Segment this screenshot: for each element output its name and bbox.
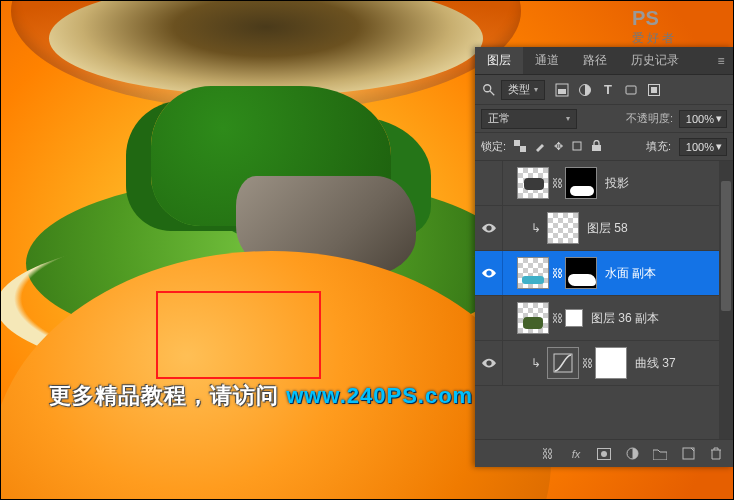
tab-paths[interactable]: 路径 — [571, 47, 619, 74]
fx-icon[interactable]: fx — [569, 447, 583, 461]
layers-panel: 图层 通道 路径 历史记录 ≡ 类型 ▾ T 正常 ▾ 不透明度: 100%▾ … — [475, 47, 733, 467]
filter-type-select[interactable]: 类型 ▾ — [501, 80, 545, 100]
link-layers-icon[interactable]: ⛓ — [541, 447, 555, 461]
layer-mask-thumb[interactable] — [565, 309, 583, 327]
svg-rect-9 — [514, 140, 520, 146]
lock-label: 锁定: — [481, 139, 506, 154]
panel-footer: ⛓ fx — [475, 439, 733, 467]
layer-mask-thumb[interactable] — [595, 347, 627, 379]
svg-rect-10 — [520, 146, 526, 152]
watermark-sub: 爱好者 — [632, 30, 725, 47]
group-icon[interactable] — [653, 447, 667, 461]
new-layer-icon[interactable] — [681, 447, 695, 461]
filter-adjustment-icon[interactable] — [578, 83, 592, 97]
eye-icon — [482, 223, 496, 233]
lock-icons: ✥ — [514, 140, 602, 154]
layer-row[interactable]: ⛓ 图层 36 副本 — [475, 296, 733, 341]
lock-transparency-icon[interactable] — [514, 140, 526, 154]
link-icon[interactable]: ⛓ — [552, 167, 562, 199]
watermark-logo: PS — [632, 7, 659, 29]
opacity-label: 不透明度: — [626, 111, 673, 126]
watermark-url: www.240PS.com — [286, 383, 473, 408]
svg-rect-7 — [651, 87, 657, 93]
layer-row[interactable]: ⛓ 投影 — [475, 161, 733, 206]
fill-value: 100% — [686, 141, 714, 153]
filter-type-label: 类型 — [508, 82, 530, 97]
lock-position-icon[interactable]: ✥ — [554, 140, 563, 153]
scrollbar-thumb[interactable] — [721, 181, 731, 311]
filter-shape-icon[interactable] — [624, 83, 638, 97]
svg-point-0 — [484, 84, 491, 91]
layer-row[interactable]: ↳ ⛓ 曲线 37 — [475, 341, 733, 386]
fill-input[interactable]: 100%▾ — [679, 138, 727, 156]
fill-label: 填充: — [646, 139, 671, 154]
scrollbar[interactable] — [719, 161, 733, 439]
trash-icon[interactable] — [709, 447, 723, 461]
watermark-text: 更多精品教程，请访问 — [49, 383, 286, 408]
blend-mode-value: 正常 — [488, 111, 510, 126]
layer-name[interactable]: 图层 58 — [587, 220, 628, 237]
eye-icon — [482, 268, 496, 278]
filter-pixel-icon[interactable] — [555, 83, 569, 97]
blend-mode-select[interactable]: 正常 ▾ — [481, 109, 577, 129]
chevron-down-icon: ▾ — [566, 114, 570, 123]
adjustment-curves-icon[interactable] — [547, 347, 579, 379]
svg-line-1 — [490, 90, 494, 94]
layer-thumb[interactable] — [517, 302, 549, 334]
filter-row: 类型 ▾ T — [475, 75, 733, 105]
opacity-input[interactable]: 100%▾ — [679, 110, 727, 128]
watermark-line: 更多精品教程，请访问 www.240PS.com — [49, 381, 473, 411]
chevron-down-icon: ▾ — [534, 85, 538, 94]
selection-rectangle — [156, 291, 321, 379]
panel-tabs: 图层 通道 路径 历史记录 ≡ — [475, 47, 733, 75]
layer-mask-thumb[interactable] — [565, 167, 597, 199]
svg-rect-12 — [592, 145, 601, 151]
layer-thumb[interactable] — [517, 167, 549, 199]
layer-name[interactable]: 水面 副本 — [605, 265, 656, 282]
filter-smart-icon[interactable] — [647, 83, 661, 97]
lock-row: 锁定: ✥ 填充: 100%▾ — [475, 133, 733, 161]
layer-mask-thumb[interactable] — [565, 257, 597, 289]
add-mask-icon[interactable] — [597, 447, 611, 461]
tab-layers[interactable]: 图层 — [475, 47, 523, 74]
lock-pixels-icon[interactable] — [534, 140, 546, 154]
search-filter-icon[interactable] — [481, 83, 497, 97]
chevron-down-icon: ▾ — [716, 140, 722, 153]
layer-row[interactable]: ⛓ 水面 副本 — [475, 251, 733, 296]
layer-name[interactable]: 图层 36 副本 — [591, 310, 659, 327]
clip-indicator-icon: ↳ — [531, 356, 541, 370]
filter-type-icons: T — [555, 83, 661, 97]
visibility-toggle[interactable] — [475, 251, 503, 295]
svg-rect-3 — [558, 89, 566, 94]
tab-channels[interactable]: 通道 — [523, 47, 571, 74]
layer-name[interactable]: 投影 — [605, 175, 629, 192]
link-icon[interactable]: ⛓ — [582, 347, 592, 379]
lock-artboard-icon[interactable] — [571, 140, 583, 154]
clip-indicator-icon: ↳ — [531, 221, 541, 235]
visibility-toggle[interactable] — [475, 296, 503, 340]
layer-name[interactable]: 曲线 37 — [635, 355, 676, 372]
eye-icon — [482, 358, 496, 368]
layer-thumb[interactable] — [547, 212, 579, 244]
visibility-toggle[interactable] — [475, 161, 503, 205]
visibility-toggle[interactable] — [475, 206, 503, 250]
layer-row[interactable]: ↳ 图层 58 — [475, 206, 733, 251]
panel-menu-icon[interactable]: ≡ — [709, 47, 733, 74]
filter-type-text-icon[interactable]: T — [601, 83, 615, 97]
adjustment-layer-icon[interactable] — [625, 447, 639, 461]
opacity-value: 100% — [686, 113, 714, 125]
chevron-down-icon: ▾ — [716, 112, 722, 125]
link-icon[interactable]: ⛓ — [552, 302, 562, 334]
layers-list: ⛓ 投影 ↳ 图层 58 ⛓ 水面 副本 — [475, 161, 733, 439]
link-icon[interactable]: ⛓ — [552, 257, 562, 289]
tab-history[interactable]: 历史记录 — [619, 47, 691, 74]
svg-rect-5 — [626, 86, 636, 94]
visibility-toggle[interactable] — [475, 341, 503, 385]
layer-thumb[interactable] — [517, 257, 549, 289]
lock-all-icon[interactable] — [591, 140, 602, 154]
svg-point-15 — [601, 451, 607, 457]
blend-row: 正常 ▾ 不透明度: 100%▾ — [475, 105, 733, 133]
svg-rect-11 — [573, 142, 581, 150]
